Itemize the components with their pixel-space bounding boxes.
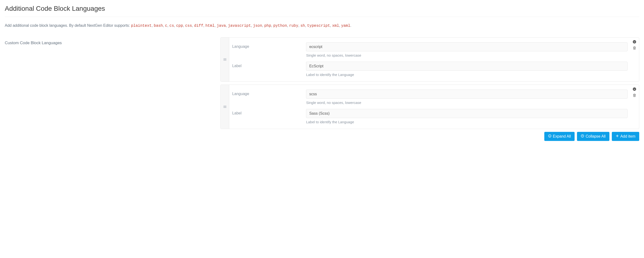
label-input[interactable] [306,109,628,118]
page-title: Additional Code Block Languages [5,5,639,17]
lang-code: java [216,24,226,28]
trash-icon [632,93,636,98]
language-help-text: Single word, no spaces, lowercase [306,53,628,57]
lang-code: cpp [176,24,183,28]
lang-code: javascript [228,24,251,28]
expand-all-button[interactable]: Expand All [544,132,575,141]
label-help-text: Label to identify the Language [306,120,628,124]
label-field-label: Label [232,109,306,115]
lang-code: xml [332,24,339,28]
lang-code: typescript [307,24,330,28]
trash-icon [632,46,636,51]
label-help-text: Label to identify the Language [306,73,628,77]
chevron-down-circle-icon [548,134,552,139]
lang-code: yaml [341,24,350,28]
lang-code: css [185,24,192,28]
lang-code: python [273,24,287,28]
lang-code: ruby [289,24,298,28]
language-input[interactable] [306,90,628,99]
label-input[interactable] [306,62,628,71]
delete-item-button[interactable] [632,46,636,50]
delete-item-button[interactable] [632,93,636,98]
lang-code: bash [154,24,163,28]
intro-text: Add additional code block languages. By … [5,23,639,29]
svg-point-8 [548,135,551,137]
section-label: Custom Code Block Languages [5,37,220,45]
button-label: Collapse All [586,134,606,139]
list-item: Language Single word, no spaces, lowerca… [220,37,639,82]
chevron-down-circle-icon [632,87,636,92]
svg-point-3 [633,40,636,44]
lang-code: php [264,24,271,28]
svg-point-7 [633,87,636,91]
lang-code: plaintext [131,24,152,28]
lang-code: json [253,24,262,28]
collapse-all-button[interactable]: Collapse All [577,132,610,141]
collapse-item-button[interactable] [632,40,636,44]
button-label: Add item [620,134,636,139]
language-field-label: Language [232,90,306,96]
chevron-up-circle-icon [581,134,584,139]
lang-code: sh [300,24,305,28]
lang-code: c [165,24,168,28]
list-item: Language Single word, no spaces, lowerca… [220,85,639,129]
add-item-button[interactable]: Add item [612,132,639,141]
language-input[interactable] [306,42,628,51]
label-field-label: Label [232,62,306,68]
language-field-label: Language [232,42,306,49]
lang-code: diff [194,24,203,28]
language-help-text: Single word, no spaces, lowercase [306,101,628,105]
drag-handle-icon[interactable] [221,85,229,129]
chevron-down-circle-icon [632,40,636,44]
lang-code: html [205,24,214,28]
lang-code: cs [169,24,174,28]
collapse-item-button[interactable] [632,87,636,91]
button-label: Expand All [553,134,571,139]
svg-point-9 [581,135,584,137]
plus-icon [616,134,619,139]
drag-handle-icon[interactable] [221,38,229,81]
